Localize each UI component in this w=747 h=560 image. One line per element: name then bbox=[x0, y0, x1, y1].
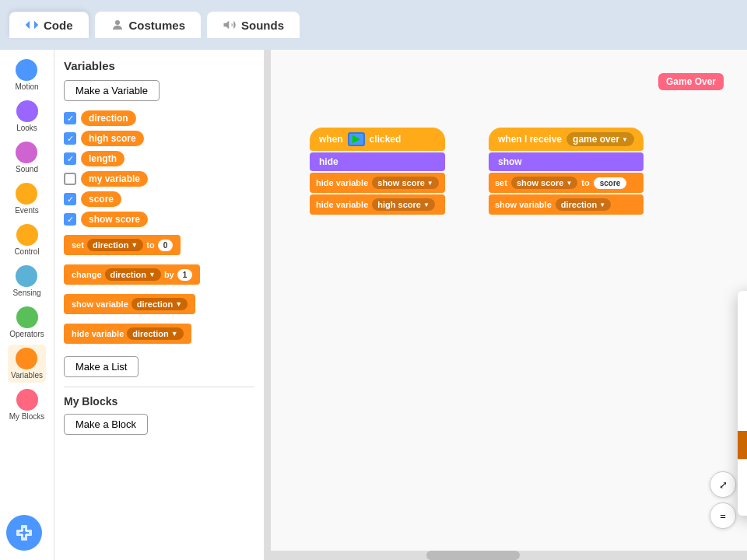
panel-divider bbox=[64, 387, 254, 387]
checkbox-highscore[interactable]: ✓ bbox=[64, 132, 76, 145]
myblocks-dot bbox=[16, 389, 38, 411]
tab-bar: Code Costumes Sounds bbox=[0, 0, 747, 50]
dropdown-item-highscore[interactable]: high score bbox=[738, 319, 747, 347]
scroll-divider[interactable] bbox=[265, 50, 271, 560]
variables-label: Variables bbox=[11, 371, 43, 380]
when-i-receive-label: when I receive bbox=[498, 134, 562, 145]
control-dot bbox=[16, 224, 38, 246]
var-chip-direction[interactable]: direction bbox=[81, 110, 136, 126]
var-row-length: ✓ length bbox=[64, 151, 254, 166]
svg-marker-1 bbox=[352, 135, 360, 144]
myblocks-label: My Blocks bbox=[9, 412, 45, 421]
when-label: when bbox=[319, 134, 343, 145]
set-block: set direction ▼ to 0 bbox=[64, 235, 254, 260]
dropdown-item-direction[interactable]: ✓ direction bbox=[738, 291, 747, 319]
hide-var-highscore-block[interactable]: hide variable high score ▼ bbox=[310, 194, 445, 215]
operators-label: Operators bbox=[9, 330, 44, 338]
hide-variable-label3: hide variable bbox=[316, 200, 368, 209]
checkbox-score[interactable]: ✓ bbox=[64, 193, 76, 205]
var-chip-highscore[interactable]: high score bbox=[81, 131, 144, 146]
control-label: Control bbox=[14, 247, 39, 256]
direction-chip-show[interactable]: direction ▼ bbox=[132, 298, 188, 310]
tab-code-label: Code bbox=[44, 19, 73, 32]
costumes-icon bbox=[110, 18, 124, 32]
horizontal-scrollbar[interactable] bbox=[271, 551, 747, 560]
expand-button[interactable]: ⤢ bbox=[710, 471, 736, 498]
highscore-chip-hide[interactable]: high score ▼ bbox=[372, 198, 435, 211]
one-value[interactable]: 1 bbox=[177, 269, 193, 281]
var-chip-myvariable[interactable]: my variable bbox=[81, 171, 148, 187]
show-block[interactable]: show bbox=[489, 152, 644, 171]
dropdown-item-rename[interactable]: Rename variable bbox=[738, 460, 747, 488]
when-receive-hat[interactable]: when I receive game over ▼ bbox=[489, 128, 644, 151]
make-list-button[interactable]: Make a List bbox=[64, 356, 139, 377]
tab-sounds[interactable]: Sounds bbox=[207, 12, 300, 38]
category-panel: Motion Looks Sound Events Control Sensin… bbox=[0, 50, 54, 560]
tab-code[interactable]: Code bbox=[9, 12, 89, 38]
looks-dot bbox=[16, 100, 38, 122]
show-var-direction-block[interactable]: show variable direction ▼ bbox=[489, 194, 644, 215]
sensing-dot bbox=[16, 265, 37, 287]
var-chip-showscore[interactable]: show score bbox=[81, 212, 148, 227]
hide-variable-block-inner[interactable]: hide variable direction ▼ bbox=[64, 324, 191, 344]
tab-costumes-label: Costumes bbox=[129, 19, 186, 32]
checkbox-showscore[interactable]: ✓ bbox=[64, 213, 76, 226]
score-value-chip[interactable]: score bbox=[594, 177, 627, 189]
gameover-chip[interactable]: game over ▼ bbox=[566, 132, 634, 146]
set-showscore-block[interactable]: set show score ▼ to score bbox=[489, 173, 644, 193]
dropdown-item-score[interactable]: score bbox=[738, 403, 747, 431]
dropdown-item-showscore[interactable]: show score bbox=[738, 431, 747, 459]
show-variable-block-inner[interactable]: show variable direction ▼ bbox=[64, 294, 195, 314]
sound-dot bbox=[16, 142, 37, 163]
sidebar-item-sound[interactable]: Sound bbox=[12, 138, 41, 177]
equals-button[interactable]: = bbox=[710, 502, 736, 529]
dropdown-item-length[interactable]: length bbox=[738, 347, 747, 375]
direction-chip-hide[interactable]: direction ▼ bbox=[127, 327, 183, 340]
add-extension-button[interactable] bbox=[6, 515, 42, 551]
dropdown-item-myvariable[interactable]: my variable bbox=[738, 375, 747, 403]
main-layout: Motion Looks Sound Events Control Sensin… bbox=[0, 50, 747, 560]
showscore-chip-set[interactable]: show score ▼ bbox=[511, 177, 577, 189]
sidebar-item-motion[interactable]: Motion bbox=[12, 56, 41, 94]
change-block-inner[interactable]: change direction ▼ by 1 bbox=[64, 264, 200, 285]
tab-costumes[interactable]: Costumes bbox=[95, 12, 202, 38]
green-flag-icon bbox=[348, 132, 365, 146]
var-row-showscore: ✓ show score bbox=[64, 212, 254, 227]
tab-sounds-label: Sounds bbox=[241, 19, 284, 32]
checkbox-myvariable[interactable] bbox=[64, 173, 76, 185]
equals-icon: = bbox=[720, 510, 726, 522]
sound-label: Sound bbox=[16, 165, 38, 173]
sidebar-item-variables[interactable]: Variables bbox=[8, 345, 46, 383]
when-clicked-hat[interactable]: when clicked bbox=[310, 128, 445, 151]
sidebar-item-events[interactable]: Events bbox=[12, 180, 42, 218]
variables-panel: Variables Make a Variable ✓ direction ✓ … bbox=[54, 50, 265, 560]
direction-chip-canvas[interactable]: direction ▼ bbox=[556, 198, 611, 211]
var-row-highscore: ✓ high score bbox=[64, 131, 254, 146]
sidebar-item-control[interactable]: Control bbox=[11, 221, 42, 259]
sidebar-item-sensing[interactable]: Sensing bbox=[9, 262, 44, 300]
expand-icon: ⤢ bbox=[719, 479, 728, 491]
make-block-button[interactable]: Make a Block bbox=[64, 414, 148, 435]
hide-block[interactable]: hide bbox=[310, 152, 445, 171]
var-row-direction: ✓ direction bbox=[64, 110, 254, 126]
game-over-badge: Game Over bbox=[658, 73, 724, 90]
sidebar-item-looks[interactable]: Looks bbox=[13, 97, 41, 135]
showscore-chip-hide[interactable]: show score ▼ bbox=[372, 177, 438, 189]
hide-var-showscore-block[interactable]: hide variable show score ▼ bbox=[310, 173, 445, 193]
make-variable-button[interactable]: Make a Variable bbox=[64, 80, 160, 101]
zero-value[interactable]: 0 bbox=[158, 240, 174, 251]
sidebar-item-myblocks[interactable]: My Blocks bbox=[6, 386, 48, 424]
by-label: by bbox=[164, 270, 174, 279]
checkbox-direction[interactable]: ✓ bbox=[64, 112, 76, 124]
code-canvas[interactable]: Game Over when clicked hide hide variabl… bbox=[271, 50, 747, 560]
var-chip-score[interactable]: score bbox=[81, 191, 121, 207]
events-dot bbox=[16, 183, 37, 205]
scrollbar-thumb[interactable] bbox=[426, 551, 520, 560]
direction-chip-change[interactable]: direction ▼ bbox=[105, 268, 161, 281]
direction-chip-set[interactable]: direction ▼ bbox=[87, 239, 143, 251]
sidebar-item-operators[interactable]: Operators bbox=[6, 303, 47, 341]
set-block-inner[interactable]: set direction ▼ to 0 bbox=[64, 235, 181, 255]
var-chip-length[interactable]: length bbox=[81, 151, 124, 166]
checkbox-length[interactable]: ✓ bbox=[64, 152, 76, 165]
dropdown-item-delete[interactable]: Delete the "direction" variable bbox=[738, 488, 747, 516]
